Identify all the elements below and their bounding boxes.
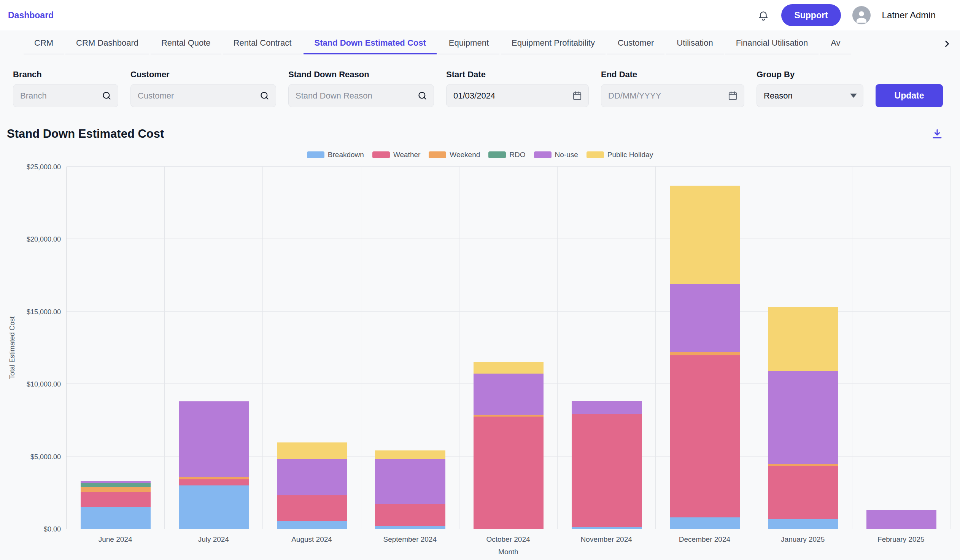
bar-segment-breakdown[interactable] <box>768 519 838 529</box>
legend-swatch <box>372 151 390 158</box>
bar-segment-no-use[interactable] <box>375 459 445 504</box>
bar-segment-weather[interactable] <box>375 504 445 526</box>
bar-segment-weather[interactable] <box>670 355 740 517</box>
bar-segment-public-holiday[interactable] <box>277 442 347 459</box>
bar-segment-no-use[interactable] <box>768 371 838 464</box>
bar-segment-no-use[interactable] <box>277 459 347 495</box>
tab-crm[interactable]: CRM <box>24 30 64 54</box>
x-axis-title: Month <box>66 548 950 556</box>
y-tick-label: $10,000.00 <box>0 381 61 389</box>
bar-segment-no-use[interactable] <box>670 284 740 352</box>
bar-june-2024[interactable] <box>81 166 151 529</box>
chevron-down-icon <box>850 94 857 98</box>
bar-segment-no-use[interactable] <box>81 481 151 483</box>
bar-segment-weather[interactable] <box>179 479 249 485</box>
tab-equipment[interactable]: Equipment <box>438 30 499 54</box>
bar-segment-breakdown[interactable] <box>670 517 740 529</box>
stand-down-reason-input-field[interactable] <box>296 91 413 101</box>
bar-segment-weather[interactable] <box>572 414 642 527</box>
chevron-right-icon[interactable] <box>942 38 952 54</box>
bar-august-2024[interactable] <box>277 166 347 529</box>
avatar[interactable] <box>852 6 870 24</box>
bar-segment-public-holiday[interactable] <box>375 450 445 459</box>
stand-down-cost-chart: Total Estimated Cost $0.00$5,000.00$10,0… <box>0 164 960 560</box>
customer-label: Customer <box>130 70 276 80</box>
download-icon[interactable] <box>931 128 943 140</box>
search-icon <box>417 91 427 101</box>
legend-item-no-use[interactable]: No-use <box>534 150 578 159</box>
bar-july-2024[interactable] <box>179 166 249 529</box>
tab-utilisation[interactable]: Utilisation <box>666 30 723 54</box>
search-icon <box>102 91 112 101</box>
bar-segment-breakdown[interactable] <box>375 526 445 529</box>
stand-down-reason-input[interactable] <box>288 84 434 107</box>
bar-segment-no-use[interactable] <box>866 510 937 529</box>
tab-rental-contract[interactable]: Rental Contract <box>223 30 302 54</box>
bar-segment-weather[interactable] <box>474 417 544 529</box>
bar-february-2025[interactable] <box>866 166 937 529</box>
legend-item-breakdown[interactable]: Breakdown <box>307 150 364 159</box>
calendar-icon[interactable] <box>728 91 738 101</box>
tab-stand-down-estimated-cost[interactable]: Stand Down Estimated Cost <box>304 30 436 54</box>
update-field: Update <box>875 84 943 107</box>
bar-segment-no-use[interactable] <box>474 374 544 415</box>
page-title: Stand Down Estimated Cost <box>7 127 164 141</box>
legend-label: Weekend <box>450 150 480 159</box>
bar-segment-breakdown[interactable] <box>572 527 642 529</box>
bar-segment-breakdown[interactable] <box>81 507 151 529</box>
calendar-icon[interactable] <box>572 91 582 101</box>
update-button[interactable]: Update <box>875 84 943 107</box>
plot-area <box>66 166 950 529</box>
legend-label: RDO <box>509 150 525 159</box>
x-tick-label: September 2024 <box>361 535 459 544</box>
bar-segment-breakdown[interactable] <box>277 521 347 529</box>
bar-segment-public-holiday[interactable] <box>670 186 740 284</box>
legend-item-rdo[interactable]: RDO <box>488 150 525 159</box>
bar-segment-weekend[interactable] <box>768 464 838 466</box>
end-date-input[interactable] <box>601 84 744 107</box>
bar-segment-weather[interactable] <box>768 466 838 519</box>
notification-bell-icon[interactable] <box>757 9 770 22</box>
x-tick-label: January 2025 <box>754 535 852 544</box>
branch-input-field[interactable] <box>20 91 98 101</box>
bar-december-2024[interactable] <box>670 166 740 529</box>
gridline-vertical <box>361 166 361 529</box>
bar-segment-weekend[interactable] <box>179 477 249 479</box>
start-date-input[interactable] <box>446 84 589 107</box>
bar-segment-weather[interactable] <box>277 495 347 521</box>
bar-segment-no-use[interactable] <box>572 401 642 414</box>
bar-segment-breakdown[interactable] <box>179 485 249 529</box>
legend-swatch <box>307 151 325 158</box>
customer-input[interactable] <box>130 84 276 107</box>
tab-crm-dashboard[interactable]: CRM Dashboard <box>66 30 149 54</box>
group-by-select[interactable]: Reason <box>757 84 863 107</box>
bar-january-2025[interactable] <box>768 166 838 529</box>
end-date-input-field[interactable] <box>608 91 724 101</box>
legend-item-public-holiday[interactable]: Public Holiday <box>587 150 653 159</box>
group-by-filter: Group By Reason <box>757 70 863 107</box>
bar-october-2024[interactable] <box>474 166 544 529</box>
dashboard-link[interactable]: Dashboard <box>8 10 54 21</box>
tab-customer[interactable]: Customer <box>607 30 664 54</box>
start-date-input-field[interactable] <box>453 91 568 101</box>
stand-down-reason-filter: Stand Down Reason <box>288 70 434 107</box>
support-button[interactable]: Support <box>781 4 840 26</box>
bar-segment-public-holiday[interactable] <box>474 362 544 374</box>
bar-segment-weather[interactable] <box>81 492 151 507</box>
tab-rental-quote[interactable]: Rental Quote <box>150 30 221 54</box>
bar-september-2024[interactable] <box>375 166 445 529</box>
tab-financial-utilisation[interactable]: Financial Utilisation <box>725 30 819 54</box>
customer-input-field[interactable] <box>138 91 256 101</box>
branch-input[interactable] <box>13 84 118 107</box>
tab-av[interactable]: Av <box>820 30 851 54</box>
bar-november-2024[interactable] <box>572 166 642 529</box>
legend-item-weather[interactable]: Weather <box>372 150 420 159</box>
tab-equipment-profitability[interactable]: Equipment Profitability <box>501 30 605 54</box>
bar-segment-no-use[interactable] <box>179 402 249 477</box>
bar-segment-public-holiday[interactable] <box>768 307 838 371</box>
bar-segment-weekend[interactable] <box>670 352 740 355</box>
bar-segment-weekend[interactable] <box>474 415 544 417</box>
bar-segment-rdo[interactable] <box>81 483 151 487</box>
legend-item-weekend[interactable]: Weekend <box>429 150 480 159</box>
bar-segment-weekend[interactable] <box>81 487 151 492</box>
